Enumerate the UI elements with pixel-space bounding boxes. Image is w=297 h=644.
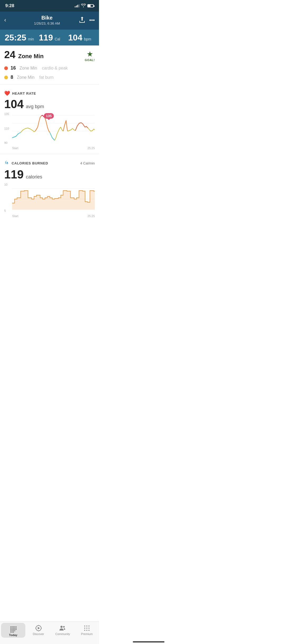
heart-rate-value-row: 104 avg bpm <box>4 98 95 111</box>
calories-unit: calories <box>26 174 42 180</box>
workout-header: ‹ Bike 1/26/23, 6:36 AM ••• <box>0 12 99 30</box>
hr-y-labels: 135 110 90 <box>4 113 9 144</box>
heart-rate-title: HEART RATE <box>12 91 36 95</box>
divider-2 <box>0 154 99 154</box>
fatburn-sublabel: fat burn <box>39 75 54 80</box>
calories-chart: 10 5 Start 25:25 <box>4 183 95 218</box>
share-button[interactable] <box>79 16 85 24</box>
main-content: 24 Zone Min ★ GOAL! 16 Zone Min cardio &… <box>0 45 99 246</box>
battery-icon <box>87 4 94 7</box>
cardio-dot <box>4 66 8 70</box>
fatburn-label: Zone Min <box>17 75 35 80</box>
cal-chart-svg <box>12 183 95 212</box>
stat-duration-unit: min <box>28 37 34 41</box>
hr-y-label-90: 90 <box>4 141 9 144</box>
status-icons <box>75 4 94 8</box>
calories-section: CALORIES BURNED 4 Cal/min 119 calories 1… <box>0 156 99 219</box>
goal-label: GOAL! <box>85 58 95 62</box>
stat-duration: 25:25 min <box>4 33 34 42</box>
heart-icon: ❤️ <box>4 90 10 96</box>
hr-tooltip-value: 135 <box>46 114 52 118</box>
stat-duration-value: 25:25 <box>5 33 26 42</box>
hr-tooltip: 135 <box>44 113 54 119</box>
hr-x-start: Start <box>12 146 18 150</box>
status-bar: 9:28 <box>0 0 99 12</box>
hr-x-end: 25:25 <box>87 146 95 150</box>
cardio-sublabel: cardio & peak <box>42 66 68 71</box>
hr-y-label-135: 135 <box>4 113 9 116</box>
stat-calories-unit: Cal <box>55 37 60 41</box>
stat-calories: 119 Cal <box>34 33 64 42</box>
goal-badge: ★ GOAL! <box>85 50 95 62</box>
header-actions: ••• <box>79 16 95 24</box>
calories-title-row: CALORIES BURNED 4 Cal/min <box>4 160 95 167</box>
flame-icon <box>4 160 10 167</box>
cal-x-end: 25:25 <box>87 214 95 218</box>
zone-detail-fatburn: 8 Zone Min fat burn <box>4 75 95 80</box>
cardio-label: Zone Min <box>20 66 37 71</box>
cal-x-labels: Start 25:25 <box>12 214 95 218</box>
hr-y-label-110: 110 <box>4 127 9 130</box>
back-button[interactable]: ‹ <box>4 17 15 24</box>
heart-rate-title-row: ❤️ HEART RATE <box>4 90 95 96</box>
wifi-icon <box>81 4 86 8</box>
goal-star-icon: ★ <box>87 50 93 58</box>
zone-detail-cardio: 16 Zone Min cardio & peak <box>4 65 95 71</box>
hr-x-labels: Start 25:25 <box>12 146 95 150</box>
stats-row: 25:25 min 119 Cal 104 bpm <box>0 30 99 45</box>
signal-icon <box>75 4 79 7</box>
hr-chart-svg-wrapper: 135 <box>12 113 95 144</box>
stat-heartrate: 104 bpm <box>65 33 95 42</box>
workout-title: Bike <box>15 15 79 21</box>
fatburn-dot <box>4 76 8 79</box>
cal-y-label-5: 5 <box>4 209 7 212</box>
cal-x-start: Start <box>12 214 18 218</box>
calories-value: 119 <box>4 168 23 181</box>
divider-1 <box>0 84 99 85</box>
zone-header-row: 24 Zone Min ★ GOAL! <box>4 50 95 62</box>
calories-rate: 4 Cal/min <box>80 161 95 165</box>
cardio-value: 16 <box>11 65 16 71</box>
zone-main-value: 24 <box>4 49 15 60</box>
hr-chart-svg <box>12 113 95 144</box>
header-title-block: Bike 1/26/23, 6:36 AM <box>15 15 79 25</box>
status-time: 9:28 <box>5 3 14 8</box>
stat-heartrate-unit: bpm <box>84 37 91 41</box>
heart-rate-unit: avg bpm <box>26 104 44 109</box>
more-button[interactable]: ••• <box>89 17 95 23</box>
workout-datetime: 1/26/23, 6:36 AM <box>15 21 79 25</box>
heart-rate-chart: 135 110 90 135 <box>4 113 95 150</box>
cal-y-labels: 10 5 <box>4 183 7 212</box>
calories-title: CALORIES BURNED <box>12 161 48 165</box>
calories-value-row: 119 calories <box>4 168 95 181</box>
heart-rate-section: ❤️ HEART RATE 104 avg bpm 135 110 90 135 <box>0 87 99 152</box>
heart-rate-value: 104 <box>4 98 23 111</box>
zone-minutes-section: 24 Zone Min ★ GOAL! 16 Zone Min cardio &… <box>0 45 99 82</box>
stat-calories-value: 119 <box>39 33 53 42</box>
fatburn-value: 8 <box>11 75 13 80</box>
zone-main-label: Zone Min <box>18 53 44 59</box>
cal-chart-svg-wrapper <box>12 183 95 212</box>
zone-main-row: 24 Zone Min <box>4 50 44 60</box>
cal-y-label-10: 10 <box>4 183 7 186</box>
stat-heartrate-value: 104 <box>68 33 82 42</box>
